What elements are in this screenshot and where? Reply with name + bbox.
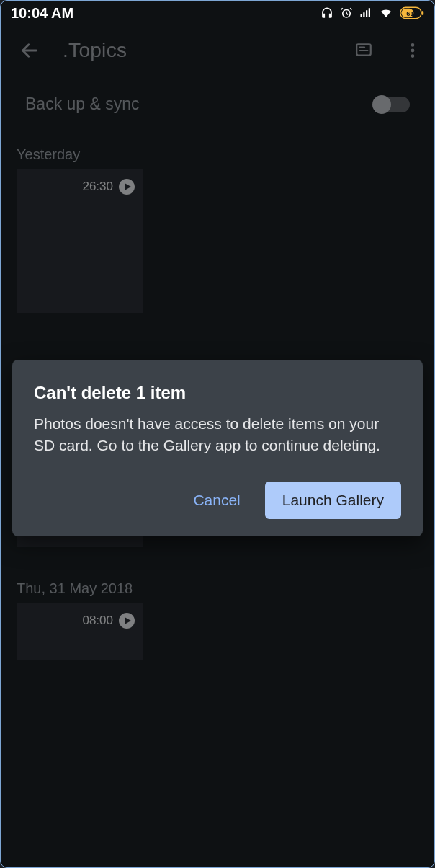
slideshow-icon[interactable]	[348, 35, 380, 66]
app-bar: .Topics	[1, 25, 434, 76]
more-icon[interactable]	[397, 35, 429, 66]
back-button[interactable]	[14, 35, 45, 66]
backup-sync-toggle[interactable]	[374, 97, 410, 112]
headphone-icon	[320, 6, 333, 19]
cancel-button[interactable]: Cancel	[187, 484, 246, 516]
video-duration: 08:00	[82, 613, 135, 629]
section-may-2018: Thu, 31 May 2018 08:00	[1, 567, 434, 660]
svg-rect-7	[422, 11, 423, 15]
battery-icon: 61	[400, 6, 424, 19]
video-duration: 26:30	[82, 179, 135, 195]
svg-text:61: 61	[406, 10, 413, 17]
duration-text: 08:00	[82, 614, 113, 628]
svg-rect-2	[363, 12, 364, 17]
signal-icon	[359, 6, 372, 19]
svg-rect-3	[366, 10, 367, 17]
dialog-title: Can't delete 1 item	[34, 383, 401, 403]
section-header: Thu, 31 May 2018	[17, 580, 418, 597]
status-icons: 61	[320, 6, 424, 19]
status-bar: 10:04 AM	[1, 1, 434, 25]
play-icon	[119, 613, 135, 629]
svg-point-11	[411, 49, 415, 53]
svg-rect-9	[356, 44, 371, 55]
svg-point-10	[411, 43, 415, 47]
section-header: Yesterday	[17, 146, 418, 163]
video-thumbnail[interactable]: 08:00	[17, 603, 143, 660]
video-thumbnail[interactable]: 26:30	[17, 169, 143, 313]
backup-sync-row[interactable]: Back up & sync	[9, 76, 426, 133]
play-icon	[119, 179, 135, 195]
svg-point-12	[411, 54, 415, 58]
dialog-actions: Cancel Launch Gallery	[34, 482, 401, 519]
section-yesterday: Yesterday 26:30	[1, 133, 434, 313]
alarm-icon	[340, 6, 353, 19]
svg-rect-4	[369, 8, 370, 17]
status-time: 10:04 AM	[11, 5, 73, 22]
dialog-body: Photos doesn't have access to delete ite…	[34, 413, 401, 457]
delete-error-dialog: Can't delete 1 item Photos doesn't have …	[12, 360, 423, 536]
svg-rect-1	[361, 14, 362, 18]
duration-text: 26:30	[82, 180, 113, 194]
launch-gallery-button[interactable]: Launch Gallery	[265, 482, 401, 519]
page-title: .Topics	[63, 39, 331, 62]
wifi-icon	[379, 6, 393, 19]
backup-sync-label: Back up & sync	[25, 94, 140, 114]
